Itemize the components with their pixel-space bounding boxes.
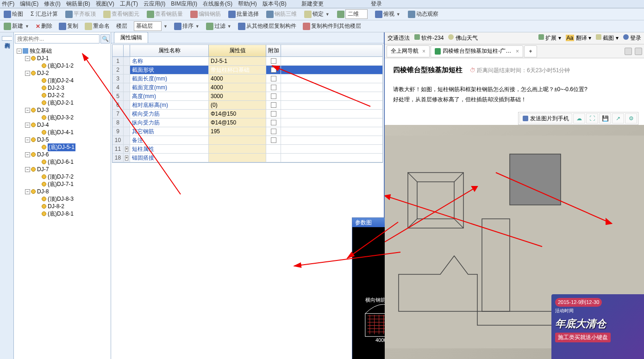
tree-group[interactable]: −DJ-1 (15, 55, 110, 62)
tree-group[interactable]: −DJ-3 (15, 106, 110, 114)
menu-edit[interactable]: 编辑(E) (20, 0, 38, 8)
menu-login[interactable]: 登录 (371, 0, 382, 8)
property-row[interactable]: 18 + 锚固搭接 (113, 154, 382, 162)
tree-item[interactable]: (底)DJ-4-1 (15, 129, 110, 136)
tree-group[interactable]: −DJ-4 (15, 121, 110, 129)
rename-button[interactable]: 重命名 (83, 21, 112, 31)
expand-icon[interactable]: + (125, 147, 128, 152)
delete-button[interactable]: ✕删除 (34, 21, 54, 31)
property-row[interactable]: 1 名称 DJ-5-1 (113, 57, 382, 66)
copy-button[interactable]: 复制 (57, 21, 80, 31)
settings-button[interactable]: ⚙ (625, 113, 637, 124)
component-list-tab[interactable]: 构件列表 (2, 36, 12, 41)
filter-button[interactable]: 过滤▼ (204, 21, 233, 31)
property-row[interactable]: 10 备注 (113, 136, 382, 145)
batch-select-button[interactable]: 批量选择 (226, 9, 261, 19)
copy-to-floor-button[interactable]: 复制构件到其他楼层 (301, 21, 363, 31)
tree-root[interactable]: −独立基础 (15, 47, 110, 55)
send-to-phone-button[interactable]: 发送图片到手机 (519, 113, 572, 124)
new-tab-button[interactable]: + (524, 45, 537, 57)
btn-screenshot[interactable]: 截图 ▾ (596, 34, 619, 42)
tab-nav[interactable]: 全上网导航× (387, 45, 430, 57)
draw-button[interactable]: 绘图 (2, 9, 25, 19)
tree-group[interactable]: −DJ-2 (15, 69, 110, 77)
checkbox[interactable] (271, 76, 276, 81)
tree-group[interactable]: −DJ-7 (15, 166, 110, 173)
copy-from-floor-button[interactable]: 从其他楼层复制构件 (236, 21, 298, 31)
tree-item[interactable]: (底)DJ-3-2 (15, 114, 110, 121)
tree-item[interactable]: DJ-8-2 (15, 203, 110, 210)
checkbox[interactable] (271, 67, 276, 73)
link-weather[interactable]: 佛山天气 (448, 34, 477, 42)
dim-select[interactable]: 二维 (335, 8, 369, 20)
align-button[interactable]: 平齐板顶 (63, 9, 98, 19)
menu-bim[interactable]: BIM应用(I) (171, 0, 197, 8)
property-row[interactable]: 8 纵向受力筋 Φ14@150 (113, 118, 382, 127)
property-row[interactable]: 6 相对底标高(m) (0) (113, 101, 382, 110)
property-row[interactable]: 4 截面宽度(mm) 4000 (113, 83, 382, 92)
cloud-button[interactable]: ☁ (573, 113, 585, 124)
menu-view[interactable]: 视图(V) (96, 0, 114, 8)
sort-button[interactable]: 排序▼ (172, 21, 201, 31)
tree-item[interactable]: (底)DJ-2-1 (15, 99, 110, 106)
menu-rebar[interactable]: 钢筋量(B) (66, 0, 90, 8)
tree-group[interactable]: −DJ-6 (15, 151, 110, 158)
tree-item[interactable]: (顶)DJ-2-4 (15, 77, 110, 84)
property-row[interactable]: 11 + 短柱属性 (113, 145, 382, 154)
view-element-button[interactable]: 查看钢图元 (101, 9, 141, 19)
tree-item[interactable]: (底)DJ-7-1 (15, 180, 110, 188)
property-row[interactable]: 5 高度(mm) 3000 (113, 92, 382, 101)
new-button[interactable]: 新建▼ (2, 21, 31, 31)
btn-translate[interactable]: Aa 翻译 ▾ (566, 34, 591, 42)
tree-item[interactable]: DJ-2-2 (15, 92, 110, 99)
tree-group[interactable]: −DJ-5 (15, 136, 110, 143)
menu-cloud[interactable]: 云应用(I) (144, 0, 165, 8)
tab-question[interactable]: 四棱锥台型独基加短柱-广联达× (431, 45, 523, 57)
tree-item[interactable]: (顶)DJ-7-2 (15, 173, 110, 180)
checkbox[interactable] (271, 102, 276, 108)
checkbox[interactable] (271, 85, 276, 90)
checkbox[interactable] (271, 120, 276, 125)
btn-extensions[interactable]: 扩展 ▾ (538, 34, 561, 42)
tree-item[interactable]: (顶)DJ-8-3 (15, 195, 110, 203)
search-input[interactable] (15, 34, 100, 43)
checkbox[interactable] (271, 137, 276, 143)
tree-group[interactable]: −DJ-8 (15, 188, 110, 195)
tree-item[interactable]: (底)DJ-1-2 (15, 62, 110, 69)
menu-version[interactable]: 版本号(B) (263, 0, 287, 8)
component-tree[interactable]: −独立基础−DJ-1(底)DJ-1-2−DJ-2(顶)DJ-2-4DJ-2-3D… (14, 45, 111, 359)
topview-button[interactable]: 俯视▼ (373, 9, 402, 19)
menu-newchange[interactable]: 新建变更 (301, 0, 324, 8)
sum-button[interactable]: Σ 汇总计算 (29, 9, 60, 19)
advertisement[interactable]: 2015-12-9到12-30 活动时间 年底大清仓 施工类买就送小键盘 (551, 294, 644, 359)
rebar-3d-button[interactable]: 钢筋三维 (264, 9, 299, 19)
property-row[interactable]: 9 其它钢筋 195 (113, 127, 382, 136)
checkbox[interactable] (271, 58, 276, 64)
floor-select[interactable]: 基础层▼ (132, 20, 169, 32)
tab-menu-icon[interactable] (635, 48, 642, 55)
checkbox[interactable] (271, 93, 276, 99)
expand-icon[interactable]: + (125, 155, 128, 161)
property-row[interactable]: 3 截面长度(mm) 4000 (113, 74, 382, 83)
checkbox[interactable] (271, 111, 276, 117)
close-icon[interactable]: × (516, 48, 519, 55)
menu-modify[interactable]: 修改(I) (44, 0, 60, 8)
expand-button[interactable]: ⛶ (586, 113, 598, 124)
tree-item[interactable]: (底)DJ-6-1 (15, 158, 110, 166)
search-button[interactable]: 🔍 (100, 34, 110, 43)
lock-button[interactable]: 锁定▼ (302, 9, 331, 19)
tree-item[interactable]: (底)DJ-5-1 (15, 143, 110, 151)
menu-help[interactable]: 帮助(H) (238, 0, 257, 8)
property-row[interactable]: 2 截面形状 带短柱杯口基础 (113, 66, 382, 74)
tree-item[interactable]: (底)DJ-8-1 (15, 210, 110, 217)
attached-photo[interactable]: 2015-12-9到12-30 活动时间 年底大清仓 施工类买就送小键盘 (385, 125, 644, 359)
checkbox[interactable] (271, 129, 276, 134)
menu-file[interactable]: 件(F) (2, 0, 14, 8)
dynamic-view-button[interactable]: 动态观察 (406, 9, 440, 19)
menu-tools[interactable]: 工具(T) (120, 0, 138, 8)
property-row[interactable]: 7 横向受力筋 Φ14@150 (113, 110, 382, 118)
edit-rebar-button[interactable]: 编辑钢筋 (188, 9, 223, 19)
menu-online[interactable]: 在线服务(S) (203, 0, 232, 8)
btn-login[interactable]: 登录 (623, 34, 641, 42)
link-software[interactable]: 软件-234 (414, 34, 444, 42)
